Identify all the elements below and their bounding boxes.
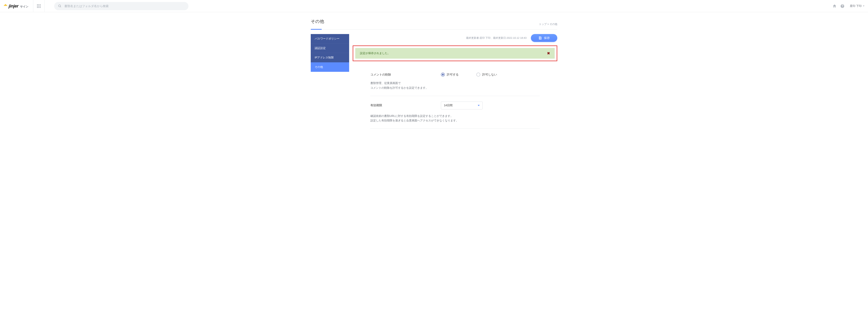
user-name: 星印 下印 xyxy=(850,4,862,8)
svg-line-1 xyxy=(60,6,61,7)
search-wrap xyxy=(54,2,188,10)
radio-circle-icon xyxy=(441,73,445,76)
breadcrumb-separator: > xyxy=(548,23,549,26)
logo-subtext: サイン xyxy=(20,5,28,8)
page-title-underline xyxy=(311,29,322,30)
desc-line: 設定した有効期限を過ぎると合意画面へアクセスができなくなります。 xyxy=(370,118,539,123)
radio-allow[interactable]: 許可する xyxy=(441,73,459,76)
setting-row: 有効期限 14日間 xyxy=(370,101,539,109)
save-button[interactable]: 保存 xyxy=(531,34,557,42)
action-row: 最終更新者:星印 下印、最終更新日:2022.10.12 18:43 保存 xyxy=(353,34,557,42)
sidebar-item-other[interactable]: その他 xyxy=(311,62,349,72)
radio-label: 許可する xyxy=(447,73,459,76)
apps-launcher-button[interactable] xyxy=(33,0,45,12)
search-bar[interactable] xyxy=(54,2,188,10)
alert-highlight: 設定が保存されました。 ✖ xyxy=(353,45,557,61)
sidebar-item-ip-restriction[interactable]: IPアドレス制限 xyxy=(311,53,349,62)
svg-rect-2 xyxy=(539,38,541,39)
alert-message: 設定が保存されました。 xyxy=(360,52,390,55)
save-button-label: 保存 xyxy=(544,36,550,40)
alert-close-button[interactable]: ✖ xyxy=(547,52,550,55)
sidebar-item-label: IPアドレス制限 xyxy=(315,56,334,59)
app-logo[interactable]: jinjer サイン xyxy=(4,4,28,9)
save-icon xyxy=(538,36,542,40)
breadcrumb: トップ > その他 xyxy=(539,23,557,27)
app-header: jinjer サイン 星印 下印 xyxy=(0,0,868,12)
user-menu[interactable]: 星印 下印 xyxy=(850,4,864,8)
svg-point-0 xyxy=(59,5,61,7)
main: 最終更新者:星印 下印、最終更新日:2022.10.12 18:43 保存 設定… xyxy=(353,34,557,136)
settings-card: コメントの削除 許可する 許可しない xyxy=(353,67,557,136)
radio-circle-icon xyxy=(476,73,480,76)
desc-line: コメントの削除を許可するかを設定できます。 xyxy=(370,86,539,90)
success-alert: 設定が保存されました。 ✖ xyxy=(355,48,555,59)
caret-down-icon xyxy=(863,5,864,6)
desc-line: 確認依頼の書類URLに対する有効期限を設定することができます。 xyxy=(370,114,539,119)
setting-comment-delete: コメントの削除 許可する 許可しない xyxy=(370,67,539,96)
logo-text: jinjer xyxy=(9,4,19,9)
content: パスワードポリシー 認証設定 IPアドレス制限 その他 最終更新者:星印 下印、… xyxy=(311,30,557,136)
setting-label: 有効期限 xyxy=(370,103,441,107)
logo-region: jinjer サイン xyxy=(4,0,33,12)
breadcrumb-current: その他 xyxy=(550,23,557,26)
setting-description: 書類管理、従業員画面で コメントの削除を許可するかを設定できます。 xyxy=(370,81,539,90)
page-head: その他 トップ > その他 xyxy=(311,12,557,30)
setting-label: コメントの削除 xyxy=(370,73,441,76)
settings-sidebar: パスワードポリシー 認証設定 IPアドレス制限 その他 xyxy=(311,34,349,72)
expiry-select[interactable]: 14日間 xyxy=(441,101,483,109)
select-value: 14日間 xyxy=(444,104,453,107)
sidebar-item-label: 認証設定 xyxy=(315,46,326,50)
header-icons: 星印 下印 xyxy=(832,4,864,8)
chevron-down-icon xyxy=(478,105,480,106)
apps-grid-icon xyxy=(37,4,40,8)
radio-group-comment-delete: 許可する 許可しない xyxy=(441,73,497,76)
page-title-wrap: その他 xyxy=(311,19,324,27)
home-icon[interactable] xyxy=(832,4,837,8)
breadcrumb-top-link[interactable]: トップ xyxy=(539,23,547,26)
radio-label: 許可しない xyxy=(482,73,497,76)
sidebar-item-auth-settings[interactable]: 認証設定 xyxy=(311,43,349,53)
last-updated-text: 最終更新者:星印 下印、最終更新日:2022.10.12 18:43 xyxy=(466,36,527,40)
sidebar-item-label: その他 xyxy=(315,65,323,69)
setting-expiry: 有効期限 14日間 確認依頼の書類URLに対する有効期限を設定することができます… xyxy=(370,96,539,129)
sidebar-item-label: パスワードポリシー xyxy=(315,37,339,40)
radio-deny[interactable]: 許可しない xyxy=(476,73,497,76)
sidebar-item-password-policy[interactable]: パスワードポリシー xyxy=(311,34,349,43)
help-icon[interactable] xyxy=(840,4,845,8)
search-icon xyxy=(58,4,62,8)
logo-icon xyxy=(4,5,8,7)
page-title: その他 xyxy=(311,19,324,27)
setting-row: コメントの削除 許可する 許可しない xyxy=(370,73,539,76)
search-input[interactable] xyxy=(64,4,185,8)
page: その他 トップ > その他 パスワードポリシー 認証設定 IPアドレス制限 その… xyxy=(290,12,578,136)
desc-line: 書類管理、従業員画面で xyxy=(370,81,539,86)
setting-description: 確認依頼の書類URLに対する有効期限を設定することができます。 設定した有効期限… xyxy=(370,114,539,123)
